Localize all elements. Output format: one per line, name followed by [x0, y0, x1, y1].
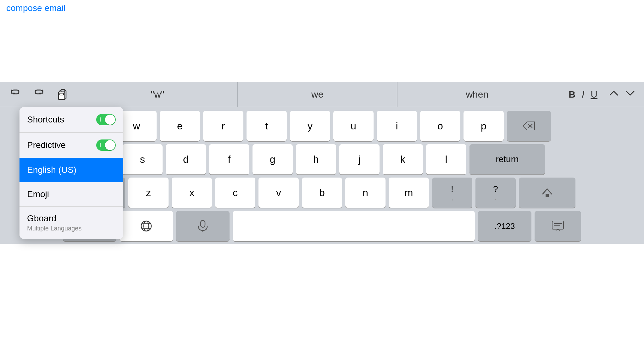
- compose-link[interactable]: compose email: [6, 3, 65, 13]
- english-us-menu-item[interactable]: English (US): [19, 158, 123, 182]
- nav-arrows: [606, 87, 638, 102]
- underline-button[interactable]: U: [588, 88, 600, 101]
- arrow-up-button[interactable]: [606, 87, 621, 102]
- key-t[interactable]: t: [247, 111, 287, 141]
- gboard-label: Gboard: [27, 213, 56, 224]
- clipboard-button[interactable]: [54, 86, 72, 103]
- key-exclaim-comma[interactable]: ! ,: [432, 178, 472, 208]
- key-c[interactable]: c: [215, 178, 255, 208]
- prediction-2[interactable]: we: [237, 82, 397, 107]
- num-key-right[interactable]: .?123: [478, 211, 531, 241]
- key-m[interactable]: m: [389, 178, 429, 208]
- emoji-label: Emoji: [27, 189, 49, 199]
- gboard-menu-item[interactable]: Gboard Multiple Languages: [19, 207, 123, 239]
- key-j[interactable]: j: [339, 144, 380, 174]
- key-u[interactable]: u: [333, 111, 374, 141]
- svg-rect-7: [546, 194, 549, 197]
- key-r[interactable]: r: [203, 111, 243, 141]
- arrow-down-button[interactable]: [623, 87, 638, 102]
- key-h[interactable]: h: [296, 144, 336, 174]
- key-question-period[interactable]: ? .: [475, 178, 516, 208]
- format-group: B I U: [566, 88, 600, 101]
- english-us-label: English (US): [27, 165, 76, 175]
- key-e[interactable]: e: [160, 111, 200, 141]
- shortcuts-toggle[interactable]: I: [96, 114, 116, 125]
- emoji-menu-item[interactable]: Emoji: [19, 182, 123, 207]
- toolbar-row: "w" we when B I U: [0, 82, 644, 107]
- mic-key[interactable]: [176, 211, 230, 241]
- bold-button[interactable]: B: [566, 88, 578, 101]
- redo-button[interactable]: [30, 86, 48, 103]
- prediction-1[interactable]: "w": [78, 82, 237, 107]
- gboard-subtitle: Multiple Languages: [27, 225, 81, 232]
- toggle-knob: [105, 115, 115, 125]
- undo-button[interactable]: [6, 86, 24, 103]
- predictive-label: Predictive: [27, 140, 66, 150]
- key-i[interactable]: i: [377, 111, 417, 141]
- key-s[interactable]: s: [122, 144, 163, 174]
- keyboard-dropdown-menu: Shortcuts I Predictive I English (US) Em…: [19, 107, 123, 239]
- key-x[interactable]: x: [172, 178, 212, 208]
- backspace-key[interactable]: [507, 111, 551, 141]
- predictive-toggle[interactable]: I: [96, 139, 116, 151]
- globe-key[interactable]: [119, 211, 173, 241]
- key-f[interactable]: f: [209, 144, 249, 174]
- italic-button[interactable]: I: [579, 88, 587, 101]
- key-b[interactable]: b: [302, 178, 342, 208]
- predictive-menu-item[interactable]: Predictive I: [19, 133, 123, 158]
- key-p[interactable]: p: [464, 111, 504, 141]
- return-key[interactable]: return: [469, 144, 545, 174]
- key-n[interactable]: n: [345, 178, 386, 208]
- key-g[interactable]: g: [253, 144, 293, 174]
- keyboard-dismiss-key[interactable]: [535, 211, 581, 241]
- predictive-toggle-knob: [105, 140, 115, 150]
- svg-rect-16: [552, 221, 564, 229]
- svg-rect-13: [201, 220, 205, 227]
- shortcuts-label: Shortcuts: [27, 115, 64, 125]
- prediction-3[interactable]: when: [397, 82, 557, 107]
- space-key[interactable]: [233, 211, 475, 241]
- key-z[interactable]: z: [128, 178, 169, 208]
- key-y[interactable]: y: [290, 111, 330, 141]
- key-k[interactable]: k: [383, 144, 423, 174]
- keyboard-area: Shortcuts I Predictive I English (US) Em…: [0, 107, 644, 244]
- key-d[interactable]: d: [166, 144, 206, 174]
- key-v[interactable]: v: [258, 178, 299, 208]
- compose-area: compose email: [0, 0, 644, 82]
- shortcuts-menu-item[interactable]: Shortcuts I: [19, 107, 123, 133]
- key-l[interactable]: l: [426, 144, 466, 174]
- key-o[interactable]: o: [420, 111, 460, 141]
- predictive-bar: "w" we when: [78, 82, 557, 107]
- shift-key-right[interactable]: [519, 178, 575, 208]
